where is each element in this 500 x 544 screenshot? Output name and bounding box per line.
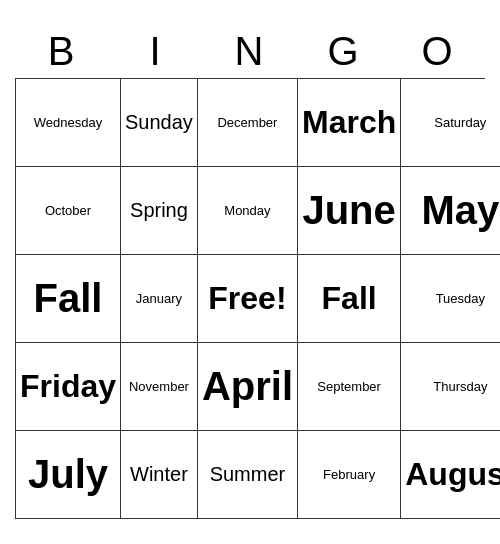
header-letter: O [391,25,485,78]
cell-text: December [217,115,277,130]
bingo-cell: Wednesday [16,79,121,167]
header-letter: B [15,25,109,78]
bingo-cell: October [16,167,121,255]
cell-text: October [45,203,91,218]
bingo-cell: September [298,343,401,431]
header-letter: G [297,25,391,78]
cell-text: November [129,379,189,394]
bingo-cell: Fall [16,255,121,343]
bingo-cell: Saturday [401,79,500,167]
bingo-cell: April [198,343,298,431]
cell-text: April [202,364,293,409]
bingo-cell: July [16,431,121,519]
bingo-cell: November [121,343,198,431]
header-letter: I [109,25,203,78]
cell-text: Fall [34,276,103,321]
cell-text: Summer [210,463,286,486]
cell-text: July [28,452,108,497]
cell-text: Tuesday [436,291,485,306]
cell-text: Friday [20,368,116,405]
bingo-cell: December [198,79,298,167]
bingo-cell: Fall [298,255,401,343]
header-letter: N [203,25,297,78]
cell-text: March [302,104,396,141]
cell-text: Sunday [125,111,193,134]
cell-text: Wednesday [34,115,102,130]
bingo-cell: Tuesday [401,255,500,343]
bingo-cell: Free! [198,255,298,343]
cell-text: September [317,379,381,394]
cell-text: Spring [130,199,188,222]
cell-text: January [136,291,182,306]
bingo-cell: Spring [121,167,198,255]
bingo-cell: Winter [121,431,198,519]
bingo-cell: March [298,79,401,167]
bingo-card: BINGO WednesdaySundayDecemberMarchSaturd… [15,25,485,519]
bingo-cell: January [121,255,198,343]
bingo-grid: WednesdaySundayDecemberMarchSaturdayOcto… [15,78,485,519]
bingo-cell: Thursday [401,343,500,431]
cell-text: Saturday [434,115,486,130]
bingo-cell: Sunday [121,79,198,167]
cell-text: May [421,188,499,233]
bingo-cell: August [401,431,500,519]
cell-text: Fall [322,280,377,317]
bingo-header: BINGO [15,25,485,78]
bingo-cell: February [298,431,401,519]
bingo-cell: May [401,167,500,255]
bingo-cell: Friday [16,343,121,431]
cell-text: Free! [208,280,286,317]
bingo-cell: Monday [198,167,298,255]
cell-text: February [323,467,375,482]
bingo-cell: June [298,167,401,255]
bingo-cell: Summer [198,431,298,519]
cell-text: June [302,188,395,233]
cell-text: Thursday [433,379,487,394]
cell-text: August [405,456,500,493]
cell-text: Winter [130,463,188,486]
cell-text: Monday [224,203,270,218]
